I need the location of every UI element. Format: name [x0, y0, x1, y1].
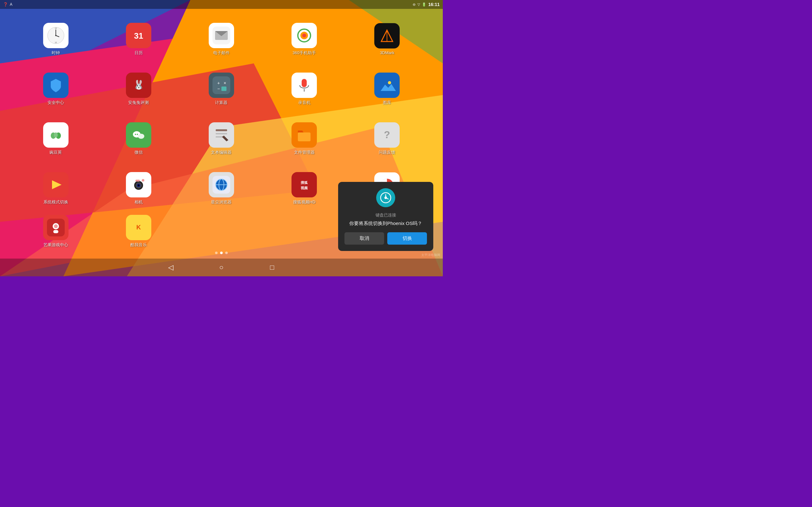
wifi-icon: ▽	[417, 3, 420, 7]
app-item-3dmark[interactable]: 3DMark	[368, 23, 406, 55]
svg-rect-74	[295, 176, 313, 193]
battery-icon: 🔋	[422, 3, 426, 7]
app-icon-sohu: 搜狐视频	[292, 172, 317, 198]
svg-text:?: ?	[384, 129, 391, 140]
page-dot-3[interactable]	[225, 251, 228, 254]
svg-point-83	[54, 224, 58, 228]
app-label-gallery: 图库	[383, 100, 391, 106]
page-dot-2[interactable]	[220, 251, 223, 254]
svg-text:🐰: 🐰	[133, 79, 144, 90]
app-label-feedback: 问题反馈	[379, 150, 395, 155]
app-label-calculator: 计算器	[215, 100, 227, 106]
notification-icon: ❓	[3, 2, 8, 7]
app-label-camera: 相机	[135, 199, 143, 205]
app-label-filemanager: 文件管理器	[294, 150, 315, 155]
app-item-email[interactable]: 电子邮件	[202, 23, 241, 56]
dialog-buttons: 取消 切换	[345, 232, 427, 245]
svg-point-23	[302, 34, 306, 38]
app-icon-small: A	[10, 2, 12, 7]
back-button[interactable]: ◁	[164, 261, 177, 274]
svg-point-39	[388, 81, 391, 84]
svg-rect-50	[212, 126, 230, 144]
app-item-wechat[interactable]: 微信	[119, 122, 158, 155]
page-dots	[215, 251, 228, 254]
svg-rect-36	[302, 79, 307, 87]
svg-text:+: +	[217, 80, 220, 86]
svg-point-47	[138, 134, 144, 139]
app-icon-calendar: 31	[126, 23, 151, 48]
clock-display: 16:11	[428, 2, 440, 7]
nav-bar: ◁ ○ □	[0, 259, 443, 276]
app-label-texteditor: 文本编辑器	[211, 150, 232, 155]
app-label-wandoujia: 豌豆荚	[49, 150, 62, 155]
app-item-texteditor[interactable]: 文本编辑器	[202, 122, 241, 155]
svg-rect-34	[221, 87, 226, 91]
app-icon-filemanager	[292, 122, 317, 148]
app-icon-feedback: ?	[374, 122, 400, 148]
svg-rect-84	[53, 230, 58, 233]
app-item-antutu[interactable]: 🐰安兔兔评测	[119, 72, 158, 106]
app-label-security: 安全中心	[48, 100, 64, 106]
app-label-starbrowser: 星尘浏览器	[211, 199, 232, 205]
app-item-filemanager[interactable]: 文件管理器	[285, 122, 323, 155]
app-item-calendar[interactable]: 31日历	[119, 23, 158, 56]
app-icon-clock: 1212	[43, 23, 68, 48]
app-icon-recorder	[292, 72, 317, 98]
status-bar-right: ⊖ ▽ 🔋 16:11	[413, 2, 440, 7]
svg-rect-67	[136, 180, 140, 181]
app-icon-wandoujia	[43, 122, 68, 148]
svg-point-66	[138, 184, 140, 186]
status-bar-left: ❓ A	[3, 2, 12, 7]
app-icon-camera	[126, 172, 151, 198]
home-button[interactable]: ○	[215, 261, 228, 274]
app-item-camera[interactable]: 相机	[119, 172, 158, 205]
app-item-sohu[interactable]: 搜狐视频搜狐视频HD	[285, 172, 323, 205]
svg-point-44	[54, 132, 58, 137]
app-label-3dmark: 3DMark	[380, 50, 395, 55]
svg-text:12: 12	[55, 27, 57, 29]
svg-point-88	[385, 196, 387, 199]
app-label-antutu: 安兔兔评测	[128, 100, 149, 106]
app-icon-360	[292, 23, 317, 48]
app-icon-texteditor	[209, 122, 234, 148]
app-icon-kugou: K	[126, 215, 151, 240]
app-item-recorder[interactable]: 录音机	[285, 72, 323, 106]
svg-rect-51	[216, 129, 227, 131]
status-bar: ❓ A ⊖ ▽ 🔋 16:11	[0, 0, 443, 9]
app-label-switcher: 系统模式切换	[44, 199, 68, 205]
app-label-sohu: 搜狐视频HD	[293, 199, 316, 205]
svg-text:视频: 视频	[300, 186, 308, 190]
app-item-calculator[interactable]: +×−计算器	[202, 72, 241, 106]
app-item-kugou[interactable]: K酷我音乐	[119, 215, 158, 248]
app-icon-calculator: +×−	[209, 72, 234, 98]
app-item-360[interactable]: 360手机助手	[285, 23, 323, 56]
app-label-clock: 时钟	[52, 50, 60, 56]
app-item-starbrowser[interactable]: 星尘浏览器	[202, 172, 241, 205]
svg-text:−: −	[217, 86, 220, 91]
svg-rect-56	[298, 132, 310, 141]
app-item-aigame[interactable]: 艺果游戏中心	[37, 215, 75, 248]
app-icon-email	[209, 23, 234, 48]
app-label-recorder: 录音机	[298, 100, 310, 106]
app-icon-wechat	[126, 122, 151, 148]
app-label-aigame: 艺果游戏中心	[44, 242, 68, 248]
app-label-kugou: 酷我音乐	[131, 242, 147, 248]
svg-rect-30	[212, 76, 230, 94]
cancel-button[interactable]: 取消	[345, 232, 384, 245]
app-item-gallery[interactable]: 图库	[368, 72, 406, 106]
page-dot-1[interactable]	[215, 251, 217, 254]
svg-text:搜狐: 搜狐	[300, 181, 308, 184]
recent-button[interactable]: □	[266, 261, 278, 274]
app-item-clock[interactable]: 1212时钟	[37, 23, 75, 56]
phoenix-os-dialog: 键盘已连接 你要将系统切换到Phoenix OS吗？ 取消 切换	[338, 182, 433, 251]
app-item-feedback[interactable]: ?问题反馈	[368, 122, 406, 155]
app-icon-antutu: 🐰	[126, 72, 151, 98]
app-item-wandoujia[interactable]: 豌豆荚	[37, 122, 75, 155]
app-label-calendar: 日历	[135, 50, 143, 56]
dialog-message: 你要将系统切换到Phoenix OS吗？	[345, 220, 427, 227]
confirm-button[interactable]: 切换	[387, 232, 427, 245]
app-item-switcher[interactable]: 系统模式切换	[37, 172, 75, 205]
app-item-security[interactable]: 安全中心	[37, 72, 75, 106]
svg-point-48	[135, 134, 136, 135]
app-icon-3dmark	[374, 23, 400, 49]
